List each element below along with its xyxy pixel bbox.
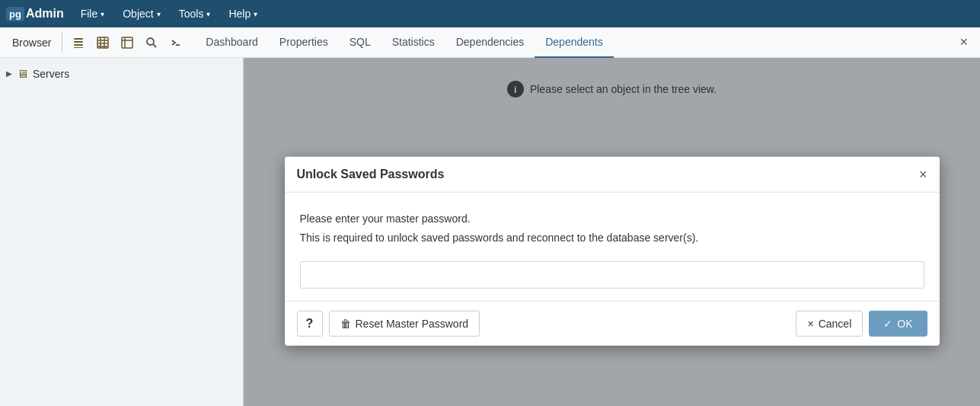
unlock-dialog: Unlock Saved Passwords × Please enter yo… (285, 156, 940, 345)
sidebar: ▶ 🖥 Servers (0, 58, 244, 406)
svg-rect-3 (74, 47, 83, 48)
toolbar-btn-view[interactable] (116, 32, 139, 53)
ok-icon: ✓ (883, 317, 892, 329)
ok-label: OK (897, 317, 912, 329)
svg-rect-2 (74, 44, 83, 46)
svg-rect-10 (122, 37, 132, 48)
svg-point-13 (147, 38, 154, 45)
chevron-down-icon: ▾ (254, 10, 257, 18)
tabs-area: Dashboard Properties SQL Statistics Depe… (187, 27, 953, 57)
content-area: i Please select an object in the tree vi… (244, 58, 980, 406)
chevron-down-icon: ▾ (101, 10, 104, 18)
toolbar-btn-table[interactable] (91, 32, 114, 53)
dialog-title: Unlock Saved Passwords (297, 167, 445, 181)
menu-object[interactable]: Object ▾ (113, 0, 169, 27)
help-icon: ? (306, 316, 314, 330)
reset-icon: 🗑 (340, 317, 351, 329)
cancel-label: Cancel (819, 317, 852, 329)
chevron-down-icon: ▾ (157, 10, 161, 18)
logo-admin: Admin (26, 7, 64, 21)
servers-label: Servers (33, 68, 69, 80)
tab-properties[interactable]: Properties (269, 27, 339, 58)
secondbar: Browser Dashboard Properties SQL Statist… (0, 27, 980, 58)
menu-file[interactable]: File ▾ (72, 0, 114, 27)
main-layout: ▶ 🖥 Servers i Please select an object in… (0, 58, 980, 406)
logo: pg Admin (6, 7, 64, 21)
chevron-right-icon: ▶ (6, 69, 12, 78)
help-button[interactable]: ? (297, 310, 323, 336)
tab-sql[interactable]: SQL (339, 27, 381, 58)
toolbar-btn-properties[interactable] (67, 32, 90, 53)
tab-dependents[interactable]: Dependents (535, 27, 614, 58)
browser-label: Browser (3, 37, 60, 49)
dialog-desc-line2: This is required to unlock saved passwor… (300, 229, 924, 245)
reset-label: Reset Master Password (356, 317, 469, 329)
cancel-icon: × (807, 317, 813, 329)
chevron-down-icon: ▾ (206, 10, 210, 18)
server-icon: 🖥 (17, 67, 28, 80)
tab-statistics[interactable]: Statistics (381, 27, 445, 58)
topbar: pg Admin File ▾ Object ▾ Tools ▾ Help ▾ (0, 0, 980, 27)
dialog-header: Unlock Saved Passwords × (285, 156, 940, 192)
close-panel-button[interactable]: × (953, 34, 974, 50)
tree-item-servers[interactable]: ▶ 🖥 Servers (0, 64, 243, 83)
svg-line-14 (153, 44, 156, 47)
dialog-body: Please enter your master password. This … (285, 192, 940, 300)
cancel-button[interactable]: × Cancel (796, 310, 863, 336)
toolbar-icons (62, 32, 187, 53)
svg-rect-0 (74, 38, 83, 40)
master-password-input[interactable] (300, 261, 924, 288)
nav-menu: File ▾ Object ▾ Tools ▾ Help ▾ (72, 0, 267, 27)
logo-pg: pg (6, 7, 24, 21)
dialog-close-button[interactable]: × (919, 167, 927, 181)
ok-button[interactable]: ✓ OK (869, 310, 927, 336)
tab-dashboard[interactable]: Dashboard (195, 27, 269, 58)
toolbar-btn-search[interactable] (140, 32, 163, 53)
menu-help[interactable]: Help ▾ (219, 0, 267, 27)
dialog-desc-line1: Please enter your master password. (300, 210, 924, 226)
reset-master-password-button[interactable]: 🗑 Reset Master Password (329, 310, 480, 336)
toolbar-btn-terminal[interactable] (164, 32, 187, 53)
tab-dependencies[interactable]: Dependencies (445, 27, 535, 58)
svg-rect-1 (74, 41, 83, 43)
menu-tools[interactable]: Tools ▾ (170, 0, 220, 27)
dialog-footer: ? 🗑 Reset Master Password × Cancel ✓ OK (285, 300, 940, 345)
